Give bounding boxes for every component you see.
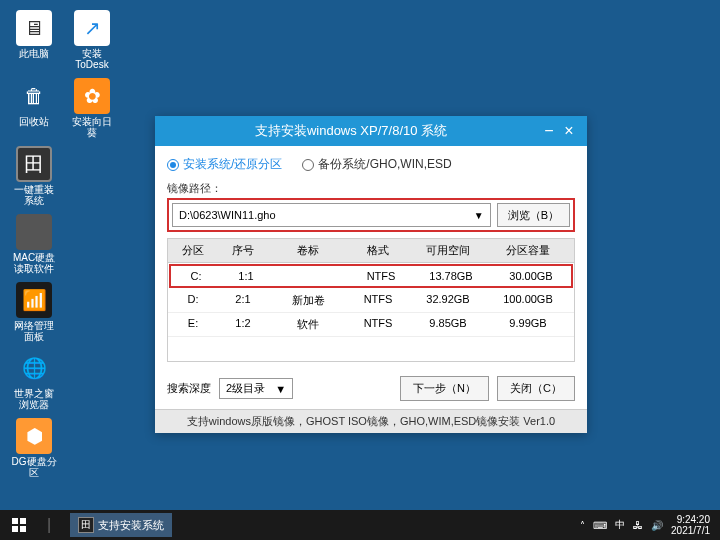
chevron-down-icon: ▼	[275, 383, 286, 395]
window-footer: 支持windows原版镜像，GHOST ISO镜像，GHO,WIM,ESD镜像安…	[155, 409, 587, 433]
keyboard-icon[interactable]: ⌨	[593, 520, 607, 531]
pc-icon: 🖥	[16, 10, 52, 46]
svg-rect-0	[12, 518, 18, 524]
taskbar-divider: |	[34, 512, 64, 538]
windows-icon	[12, 518, 26, 532]
table-row[interactable]: E:1:2软件NTFS9.85GB9.99GB	[168, 313, 574, 337]
path-row-highlight: D:\0623\WIN11.gho ▼ 浏览（B）	[167, 198, 575, 232]
desktop-icon-todesk[interactable]: ↗安装ToDesk	[68, 10, 116, 70]
start-button[interactable]	[4, 512, 34, 538]
next-button[interactable]: 下一步（N）	[400, 376, 489, 401]
desktop-icon-browser[interactable]: 🌐世界之窗浏览器	[10, 350, 58, 410]
system-tray: ˄ ⌨ 中 🖧 🔊 9:24:20 2021/7/1	[580, 514, 716, 536]
svg-rect-3	[20, 526, 26, 532]
todesk-icon: ↗	[74, 10, 110, 46]
table-row[interactable]: D:2:1新加卷NTFS32.92GB100.00GB	[168, 289, 574, 313]
globe-icon: 🌐	[16, 350, 52, 386]
desktop-icon-sunflower[interactable]: ✿安装向日葵	[68, 78, 116, 138]
network-tray-icon[interactable]: 🖧	[633, 520, 643, 531]
close-window-button[interactable]: 关闭（C）	[497, 376, 575, 401]
taskbar-app-installer[interactable]: 田 支持安装系统	[70, 513, 172, 537]
close-button[interactable]: ×	[559, 122, 579, 140]
minimize-button[interactable]: −	[539, 122, 559, 140]
partition-table: 分区 序号 卷标 格式 可用空间 分区容量 C:1:1NTFS13.78GB30…	[167, 238, 575, 362]
search-depth-dropdown[interactable]: 2级目录▼	[219, 378, 293, 399]
tray-up-icon[interactable]: ˄	[580, 520, 585, 531]
window-title: 支持安装windows XP/7/8/10 系统	[163, 122, 539, 140]
desktop-icons: 🖥此电脑 ↗安装ToDesk 🗑回收站 ✿安装向日葵 田一键重装系统 MAC硬盘…	[10, 10, 116, 478]
search-depth-label: 搜索深度	[167, 381, 211, 396]
radio-dot-icon	[167, 159, 179, 171]
image-path-dropdown[interactable]: D:\0623\WIN11.gho ▼	[172, 203, 491, 227]
browse-button[interactable]: 浏览（B）	[497, 203, 570, 227]
desktop-icon-recycle[interactable]: 🗑回收站	[10, 78, 58, 138]
table-row[interactable]: C:1:1NTFS13.78GB30.00GB	[169, 264, 573, 288]
volume-icon[interactable]: 🔊	[651, 520, 663, 531]
network-icon: 📶	[16, 282, 52, 318]
chevron-down-icon: ▼	[474, 210, 484, 221]
app-icon: 田	[78, 517, 94, 533]
reinstall-icon: 田	[16, 146, 52, 182]
radio-backup[interactable]: 备份系统/GHO,WIN,ESD	[302, 156, 451, 173]
table-header: 分区 序号 卷标 格式 可用空间 分区容量	[168, 239, 574, 263]
installer-window: 支持安装windows XP/7/8/10 系统 − × 安装系统/还原分区 备…	[155, 116, 587, 433]
apple-icon	[16, 214, 52, 250]
clock[interactable]: 9:24:20 2021/7/1	[671, 514, 710, 536]
desktop-icon-dg[interactable]: ⬢DG硬盘分区	[10, 418, 58, 478]
sunflower-icon: ✿	[74, 78, 110, 114]
desktop-icon-reinstall[interactable]: 田一键重装系统	[10, 146, 58, 206]
titlebar[interactable]: 支持安装windows XP/7/8/10 系统 − ×	[155, 116, 587, 146]
desktop-icon-this-pc[interactable]: 🖥此电脑	[10, 10, 58, 70]
radio-install-restore[interactable]: 安装系统/还原分区	[167, 156, 282, 173]
radio-dot-icon	[302, 159, 314, 171]
svg-rect-1	[20, 518, 26, 524]
recycle-icon: 🗑	[16, 78, 52, 114]
taskbar: | 田 支持安装系统 ˄ ⌨ 中 🖧 🔊 9:24:20 2021/7/1	[0, 510, 720, 540]
desktop-icon-mac[interactable]: MAC硬盘读取软件	[10, 214, 58, 274]
desktop-icon-network[interactable]: 📶网络管理面板	[10, 282, 58, 342]
image-path-label: 镜像路径：	[167, 181, 575, 196]
chinese-ime-icon[interactable]: 中	[615, 518, 625, 532]
svg-rect-2	[12, 526, 18, 532]
dg-icon: ⬢	[16, 418, 52, 454]
